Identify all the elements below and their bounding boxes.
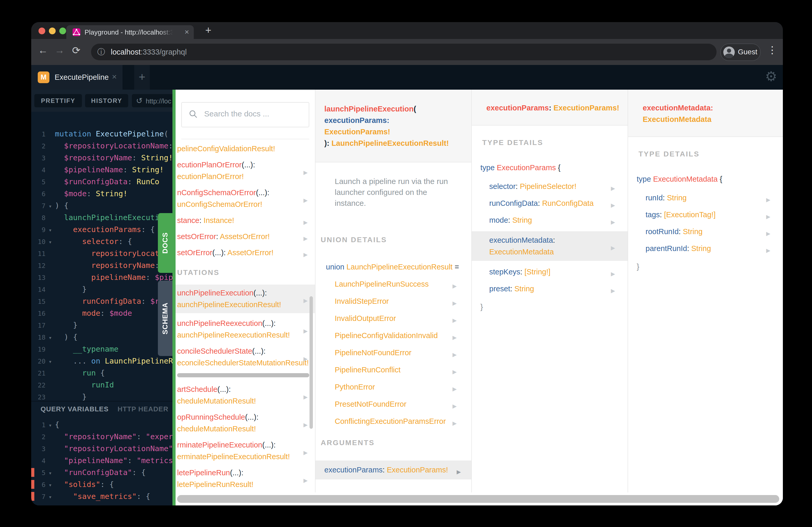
doc-item[interactable]: executionMetadata:ExecutionMetadata▶ bbox=[472, 231, 628, 261]
doc-item[interactable]: mode: String▶ bbox=[472, 214, 628, 226]
reset-endpoint-icon[interactable]: ↺ bbox=[136, 96, 143, 105]
playground-tab-close-icon[interactable]: × bbox=[112, 72, 117, 81]
expand-arrow-icon[interactable]: ▶ bbox=[611, 268, 615, 280]
expand-arrow-icon[interactable]: ▶ bbox=[304, 216, 308, 228]
back-icon[interactable]: ← bbox=[36, 45, 50, 56]
expand-arrow-icon[interactable]: ▶ bbox=[304, 232, 308, 244]
doc-item[interactable]: setOrError(...): AssetOrError!▶ bbox=[177, 247, 315, 259]
site-info-icon[interactable]: ⓘ bbox=[97, 44, 105, 60]
doc-item[interactable]: LaunchPipelineRunSuccess▶ bbox=[335, 278, 471, 290]
expand-arrow-icon[interactable]: ▶ bbox=[452, 366, 457, 378]
prettify-button[interactable]: PRETTIFY bbox=[34, 94, 82, 107]
doc-item[interactable]: letePipelineRun(...):letePipelineRunResu… bbox=[177, 467, 315, 491]
doc-item[interactable]: runId: String▶ bbox=[628, 192, 783, 204]
expand-arrow-icon[interactable]: ▶ bbox=[304, 353, 308, 365]
query-code-editor[interactable]: 1mutation ExecutePipeline(2 $repositoryL… bbox=[31, 112, 172, 403]
minimize-window-button[interactable] bbox=[49, 28, 56, 34]
forward-icon[interactable]: → bbox=[53, 45, 67, 56]
fold-arrow-icon[interactable]: ▾ bbox=[45, 224, 55, 236]
expand-arrow-icon[interactable]: ▶ bbox=[304, 167, 308, 178]
new-tab-button[interactable]: + bbox=[202, 24, 215, 36]
expand-arrow-icon[interactable]: ▶ bbox=[611, 242, 615, 254]
doc-item[interactable]: artSchedule(...):cheduleMutationResult!▶ bbox=[177, 383, 315, 407]
doc-item[interactable]: setsOrError: AssetsOrError!▶ bbox=[177, 231, 315, 242]
playground-new-tab-button[interactable]: + bbox=[134, 65, 150, 90]
doc-item[interactable]: InvalidStepError▶ bbox=[335, 296, 471, 307]
doc-item[interactable]: runConfigData: RunConfigData▶ bbox=[472, 197, 628, 209]
fold-arrow-icon[interactable]: ▾ bbox=[45, 236, 55, 248]
expand-arrow-icon[interactable]: ▶ bbox=[611, 285, 615, 297]
expand-arrow-icon[interactable]: ▶ bbox=[304, 249, 308, 260]
doc-item[interactable]: rminatePipelineExecution(...):erminatePi… bbox=[177, 439, 315, 463]
horizontal-scrollbar[interactable] bbox=[177, 373, 309, 377]
fold-arrow-icon[interactable]: ▾ bbox=[45, 200, 55, 212]
doc-item[interactable]: rootRunId: String▶ bbox=[628, 226, 783, 238]
schema-tab[interactable]: SCHEMA bbox=[158, 281, 172, 356]
doc-item[interactable]: stepKeys: [String!]▶ bbox=[472, 266, 628, 278]
doc-item[interactable]: tags: [ExecutionTag!]▶ bbox=[628, 209, 783, 221]
expand-arrow-icon[interactable]: ▶ bbox=[304, 447, 308, 458]
doc-item[interactable]: preset: String▶ bbox=[472, 283, 628, 295]
doc-item[interactable]: PipelineRunConflict▶ bbox=[335, 364, 471, 376]
expand-arrow-icon[interactable]: ▶ bbox=[304, 419, 308, 431]
settings-gear-icon[interactable]: ⚙ bbox=[765, 69, 777, 84]
expand-arrow-icon[interactable]: ▶ bbox=[452, 349, 457, 360]
close-window-button[interactable] bbox=[39, 28, 45, 34]
doc-item[interactable]: parentRunId: String▶ bbox=[628, 243, 783, 254]
expand-arrow-icon[interactable]: ▶ bbox=[452, 297, 457, 309]
expand-arrow-icon[interactable]: ▶ bbox=[766, 211, 770, 223]
profile-button[interactable]: Guest bbox=[721, 44, 760, 61]
vertical-scrollbar[interactable] bbox=[309, 296, 313, 429]
fold-arrow-icon[interactable]: ▾ bbox=[45, 467, 55, 479]
history-button[interactable]: HISTORY bbox=[85, 94, 128, 107]
expand-arrow-icon[interactable]: ▶ bbox=[611, 182, 615, 194]
expand-arrow-icon[interactable]: ▶ bbox=[452, 280, 457, 292]
expand-arrow-icon[interactable]: ▶ bbox=[611, 199, 615, 211]
doc-item[interactable]: concileSchedulerState(...):econcileSched… bbox=[177, 345, 315, 369]
reload-icon[interactable]: ⟳ bbox=[69, 45, 83, 56]
expand-arrow-icon[interactable]: ▶ bbox=[766, 194, 770, 206]
doc-item[interactable]: PresetNotFoundError▶ bbox=[335, 398, 471, 410]
endpoint-input[interactable]: ↺http://loc bbox=[132, 94, 172, 107]
fold-arrow-icon[interactable]: ▾ bbox=[45, 356, 55, 368]
fold-arrow-icon[interactable]: ▾ bbox=[45, 479, 55, 491]
doc-item[interactable]: unchPipelineExecution(...):aunchPipeline… bbox=[176, 285, 315, 313]
expand-arrow-icon[interactable]: ▶ bbox=[304, 295, 308, 306]
tab-close-icon[interactable]: × bbox=[184, 28, 189, 36]
doc-item[interactable]: PipelineNotFoundError▶ bbox=[335, 347, 471, 359]
docs-tab[interactable]: DOCS bbox=[158, 213, 172, 273]
expand-arrow-icon[interactable]: ▶ bbox=[452, 383, 457, 395]
doc-item[interactable]: selector: PipelineSelector!▶ bbox=[472, 181, 628, 192]
doc-item[interactable]: unchPipelineReexecution(...):aunchPipeli… bbox=[177, 318, 315, 341]
browser-tab[interactable]: Playground - http://localhost:3 × bbox=[66, 25, 194, 39]
expand-arrow-icon[interactable]: ▶ bbox=[452, 417, 457, 429]
doc-item[interactable]: ecutionPlanOrError(...):ecutionPlanOrErr… bbox=[177, 159, 315, 182]
doc-item[interactable]: stance: Instance!▶ bbox=[177, 215, 315, 226]
doc-item[interactable]: nConfigSchemaOrError(...):unConfigSchema… bbox=[177, 187, 315, 210]
doc-item[interactable]: PipelineConfigValidationInvalid▶ bbox=[335, 330, 471, 342]
browser-menu-icon[interactable]: ⋮ bbox=[767, 44, 777, 56]
tab-query-variables[interactable]: QUERY VARIABLES bbox=[41, 405, 109, 413]
doc-item[interactable]: opRunningSchedule(...):cheduleMutationRe… bbox=[177, 411, 315, 435]
docs-panel-edge[interactable] bbox=[172, 90, 176, 506]
search-input[interactable]: Search the docs ... bbox=[181, 102, 309, 127]
expand-arrow-icon[interactable]: ▶ bbox=[452, 314, 457, 326]
expand-arrow-icon[interactable]: ▶ bbox=[457, 466, 461, 478]
doc-item[interactable]: ConflictingExecutionParamsError▶ bbox=[335, 416, 471, 427]
fold-arrow-icon[interactable]: ▾ bbox=[45, 419, 55, 431]
fold-arrow-icon[interactable]: ▾ bbox=[45, 491, 55, 503]
doc-item[interactable]: pelineConfigValidationResult! bbox=[177, 143, 315, 155]
url-bar[interactable]: ⓘ localhost:3333/graphql bbox=[91, 44, 716, 60]
tab-http-headers[interactable]: HTTP HEADER bbox=[118, 405, 168, 413]
expand-arrow-icon[interactable]: ▶ bbox=[611, 216, 615, 228]
expand-arrow-icon[interactable]: ▶ bbox=[766, 228, 770, 239]
doc-item[interactable]: PythonError▶ bbox=[335, 381, 471, 393]
playground-tab[interactable]: M ExecutePipeline × bbox=[31, 65, 122, 90]
expand-arrow-icon[interactable]: ▶ bbox=[304, 475, 308, 486]
doc-item[interactable]: InvalidOutputError▶ bbox=[335, 313, 471, 324]
expand-arrow-icon[interactable]: ▶ bbox=[452, 332, 457, 343]
doc-item[interactable]: executionParams: ExecutionParams!▶ bbox=[316, 461, 471, 479]
expand-arrow-icon[interactable]: ▶ bbox=[304, 194, 308, 206]
expand-arrow-icon[interactable]: ▶ bbox=[452, 400, 457, 412]
zoom-window-button[interactable] bbox=[59, 28, 66, 34]
